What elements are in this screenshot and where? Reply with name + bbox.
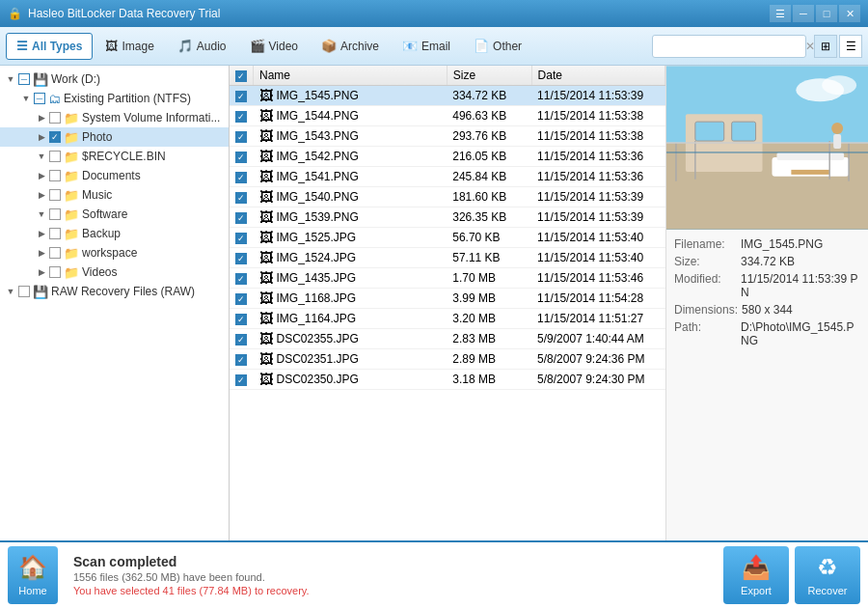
expand-icon[interactable]: ▶ (35, 132, 48, 142)
folder-icon: 📁 (64, 169, 79, 183)
table-row[interactable]: ✓ 🖼 IMG_1525.JPG 56.70 KB 11/15/2014 11:… (230, 228, 665, 248)
table-row[interactable]: ✓ 🖼 IMG_1541.PNG 245.84 KB 11/15/2014 11… (230, 167, 665, 187)
list-view-button[interactable]: ☰ (839, 35, 862, 58)
expand-icon[interactable]: ▼ (19, 94, 33, 103)
table-row[interactable]: ✓ 🖼 IMG_1545.PNG 334.72 KB 11/15/2014 11… (230, 86, 665, 106)
tab-image[interactable]: 🖼 Image (95, 33, 164, 60)
email-icon: 📧 (402, 39, 418, 53)
tree-item-software[interactable]: ▼📁Software (0, 205, 229, 224)
row-name: 🖼 DSC02351.JPG (254, 349, 448, 370)
expand-icon[interactable]: ▼ (4, 74, 17, 84)
preview-path: D:\Photo\IMG_1545.P NG (741, 320, 860, 347)
table-row[interactable]: ✓ 🖼 IMG_1539.PNG 326.35 KB 11/15/2014 11… (230, 207, 665, 228)
row-checkbox[interactable]: ✓ (230, 167, 254, 187)
file-name-text: IMG_1540.PNG (277, 190, 359, 204)
row-checkbox[interactable]: ✓ (230, 289, 254, 309)
app-title: Hasleo BitLocker Data Recovery Trial (28, 7, 220, 20)
maximize-button[interactable]: □ (816, 5, 837, 22)
col-size-header[interactable]: Size (447, 66, 531, 86)
tab-other[interactable]: 📄 Other (463, 33, 532, 60)
tab-video[interactable]: 🎬 Video (239, 33, 309, 60)
menu-button[interactable]: ☰ (770, 5, 791, 22)
export-button[interactable]: 📤 Export (723, 546, 789, 604)
row-checkbox[interactable]: ✓ (230, 86, 254, 106)
row-checkbox[interactable]: ✓ (230, 349, 254, 370)
tree-item-existing[interactable]: ▼─🗂Existing Partition (NTFS) (0, 89, 229, 108)
tree-item-raw[interactable]: ▼💾RAW Recovery Files (RAW) (0, 282, 229, 301)
tree-cb[interactable] (49, 189, 61, 201)
svg-rect-4 (695, 122, 724, 141)
table-row[interactable]: ✓ 🖼 IMG_1540.PNG 181.60 KB 11/15/2014 11… (230, 187, 665, 207)
table-row[interactable]: ✓ 🖼 DSC02351.JPG 2.89 MB 5/8/2007 9:24:3… (230, 349, 665, 370)
expand-icon[interactable]: ▶ (35, 171, 48, 180)
expand-icon[interactable]: ▼ (35, 152, 48, 161)
col-name-header[interactable]: Name (254, 66, 448, 86)
tree-item-workspace[interactable]: ▶📁workspace (0, 243, 229, 263)
tree-cb[interactable] (49, 151, 61, 162)
row-checkbox[interactable]: ✓ (230, 329, 254, 349)
table-row[interactable]: ✓ 🖼 IMG_1543.PNG 293.76 KB 11/15/2014 11… (230, 126, 665, 147)
row-checkbox[interactable]: ✓ (230, 147, 254, 167)
row-checkbox[interactable]: ✓ (230, 268, 254, 289)
tree-cb[interactable] (49, 170, 61, 181)
search-input[interactable] (657, 40, 801, 53)
expand-icon[interactable]: ▼ (35, 209, 48, 219)
row-checkbox[interactable]: ✓ (230, 248, 254, 268)
table-row[interactable]: ✓ 🖼 DSC02350.JPG 3.18 MB 5/8/2007 9:24:3… (230, 370, 665, 390)
col-checkbox[interactable]: ✓ (230, 66, 254, 86)
row-checkbox[interactable]: ✓ (230, 370, 254, 390)
expand-icon[interactable]: ▶ (35, 248, 48, 258)
file-name-text: DSC02355.JPG (277, 332, 359, 345)
tree-cb[interactable] (49, 112, 61, 124)
table-row[interactable]: ✓ 🖼 IMG_1164.JPG 3.20 MB 11/15/2014 11:5… (230, 309, 665, 329)
statusbar: 🏠 Home Scan completed 1556 files (362.50… (0, 540, 868, 608)
tree-item-videos[interactable]: ▶📁Videos (0, 263, 229, 282)
table-row[interactable]: ✓ 🖼 IMG_1524.JPG 57.11 KB 11/15/2014 11:… (230, 248, 665, 268)
tree-cb[interactable]: ─ (34, 93, 45, 104)
expand-icon[interactable]: ▶ (35, 190, 48, 200)
recover-button[interactable]: ♻ Recover (795, 546, 860, 604)
expand-icon[interactable]: ▼ (4, 287, 17, 296)
tab-email[interactable]: 📧 Email (392, 33, 461, 60)
tree-item-recycle[interactable]: ▼📁$RECYCLE.BIN (0, 147, 229, 166)
tree-item-backup[interactable]: ▶📁Backup (0, 224, 229, 243)
row-date: 11/15/2014 11:53:40 (531, 248, 665, 268)
tree-item-music[interactable]: ▶📁Music (0, 185, 229, 205)
home-label: Home (18, 585, 46, 596)
expand-icon[interactable]: ▶ (35, 229, 48, 238)
row-checkbox[interactable]: ✓ (230, 126, 254, 147)
table-row[interactable]: ✓ 🖼 DSC02355.JPG 2.83 MB 5/9/2007 1:40:4… (230, 329, 665, 349)
row-checkbox[interactable]: ✓ (230, 187, 254, 207)
tree-cb[interactable] (49, 266, 61, 278)
table-row[interactable]: ✓ 🖼 IMG_1544.PNG 496.63 KB 11/15/2014 11… (230, 106, 665, 126)
table-row[interactable]: ✓ 🖼 IMG_1168.JPG 3.99 MB 11/15/2014 11:5… (230, 289, 665, 309)
expand-icon[interactable]: ▶ (35, 113, 48, 123)
tab-all-types[interactable]: ☰ All Types (6, 33, 93, 60)
expand-icon[interactable]: ▶ (35, 267, 48, 277)
col-date-header[interactable]: Date (531, 66, 665, 86)
tab-audio[interactable]: 🎵 Audio (167, 33, 237, 60)
grid-view-button[interactable]: ⊞ (814, 35, 837, 58)
tree-cb[interactable] (49, 247, 61, 259)
tree-cb[interactable]: ─ (18, 73, 30, 85)
row-checkbox[interactable]: ✓ (230, 309, 254, 329)
row-checkbox[interactable]: ✓ (230, 106, 254, 126)
row-date: 11/15/2014 11:53:36 (531, 147, 665, 167)
table-row[interactable]: ✓ 🖼 IMG_1435.JPG 1.70 MB 11/15/2014 11:5… (230, 268, 665, 289)
tree-item-sysvolinfo[interactable]: ▶📁System Volume Informati... (0, 108, 229, 127)
row-checkbox[interactable]: ✓ (230, 207, 254, 228)
close-button[interactable]: ✕ (839, 5, 860, 22)
tree-item-work[interactable]: ▼─💾Work (D:) (0, 69, 229, 89)
tree-cb[interactable] (49, 228, 61, 239)
tab-archive[interactable]: 📦 Archive (311, 33, 390, 60)
table-row[interactable]: ✓ 🖼 IMG_1542.PNG 216.05 KB 11/15/2014 11… (230, 147, 665, 167)
tree-item-documents[interactable]: ▶📁Documents (0, 166, 229, 185)
tree-label: Videos (82, 265, 117, 279)
tree-cb[interactable] (18, 286, 30, 297)
row-checkbox[interactable]: ✓ (230, 228, 254, 248)
tree-item-photo[interactable]: ▶✓📁Photo (0, 127, 229, 147)
tree-cb[interactable] (49, 208, 61, 220)
tree-cb[interactable]: ✓ (49, 131, 61, 143)
minimize-button[interactable]: ─ (793, 5, 814, 22)
home-button[interactable]: 🏠 Home (8, 546, 58, 604)
